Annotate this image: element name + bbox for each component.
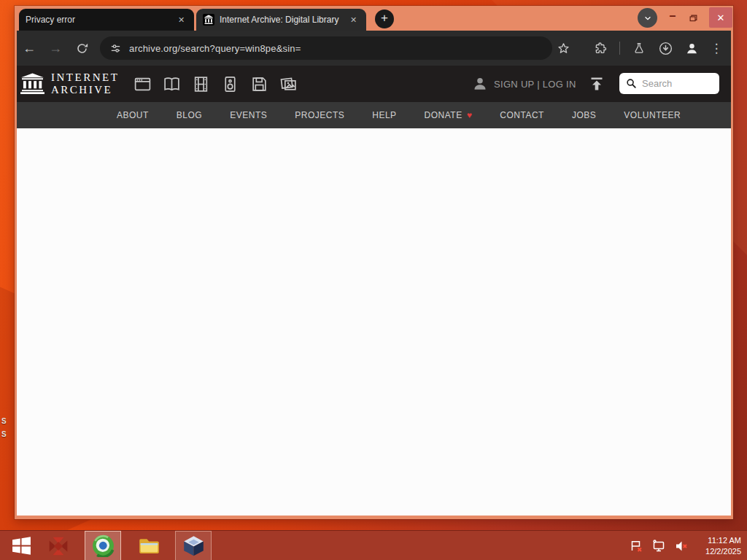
archive-nav: ABOUT BLOG EVENTS PROJECTS HELP DONATE♥ … xyxy=(17,102,731,128)
nav-help[interactable]: HELP xyxy=(358,110,410,120)
heart-icon: ♥ xyxy=(467,110,473,120)
archive-header: INTERNET ARCHIVE xyxy=(17,66,731,102)
virtualbox-icon[interactable] xyxy=(175,531,212,560)
signup-login-link[interactable]: SIGN UP | LOG IN xyxy=(494,79,576,90)
tab-privacy-error[interactable]: Privacy error ✕ xyxy=(19,9,194,31)
tab-internet-archive[interactable]: Internet Archive: Digital Library ✕ xyxy=(196,9,366,31)
tab-search-chevron-icon[interactable] xyxy=(638,8,657,28)
address-bar[interactable]: archive.org/search?query=win8pe&sin= xyxy=(100,36,552,60)
system-tray xyxy=(629,531,689,560)
media-type-icons xyxy=(133,74,298,93)
close-window-button[interactable]: ✕ xyxy=(709,7,732,28)
nav-jobs[interactable]: JOBS xyxy=(558,110,610,120)
back-icon[interactable]: ← xyxy=(20,39,38,57)
nav-donate[interactable]: DONATE♥ xyxy=(411,110,487,120)
media-software-icon[interactable] xyxy=(249,74,268,93)
maximize-button[interactable] xyxy=(684,9,702,27)
media-texts-icon[interactable] xyxy=(162,74,181,93)
nav-contact[interactable]: CONTACT xyxy=(486,110,558,120)
browser-taskbar-icon[interactable] xyxy=(85,531,121,560)
new-tab-button[interactable]: + xyxy=(375,9,394,28)
profile-avatar-icon[interactable] xyxy=(683,39,700,57)
extensions-icon[interactable] xyxy=(591,39,608,57)
start-button[interactable] xyxy=(4,531,38,560)
media-web-icon[interactable] xyxy=(133,74,152,93)
internet-archive-favicon xyxy=(203,14,214,26)
desktop: S S Privacy error ✕ Internet Archive: Di… xyxy=(0,0,747,560)
action-center-flag-icon[interactable] xyxy=(629,539,643,553)
media-images-icon[interactable] xyxy=(279,74,298,93)
nav-volunteer[interactable]: VOLUNTEER xyxy=(610,110,694,120)
archive-search-box[interactable] xyxy=(619,73,719,94)
page-content-blank xyxy=(17,128,731,516)
clock-time: 11:12 AM xyxy=(708,535,741,546)
browser-toolbar: ← → archive.org/search?query=win8pe&sin= xyxy=(17,31,731,66)
red-app-icon[interactable] xyxy=(42,531,74,560)
toolbar-divider xyxy=(619,42,620,55)
browser-menu-icon[interactable]: ⋮ xyxy=(708,39,725,57)
desktop-icon-label-fragment: S xyxy=(1,430,7,438)
network-status-icon[interactable] xyxy=(651,539,666,553)
minimize-button[interactable]: – xyxy=(664,8,681,27)
upload-icon[interactable] xyxy=(588,75,605,93)
internet-archive-logo[interactable]: INTERNET ARCHIVE xyxy=(20,71,119,96)
volume-muted-icon[interactable] xyxy=(674,539,689,553)
nav-about[interactable]: ABOUT xyxy=(103,110,163,120)
tab-strip: Privacy error ✕ Internet Archive: Digita… xyxy=(15,6,733,31)
reload-icon[interactable] xyxy=(73,39,90,57)
forward-icon[interactable]: → xyxy=(47,39,64,57)
media-video-icon[interactable] xyxy=(191,74,210,93)
desktop-icon-label-fragment: S xyxy=(1,417,7,425)
url-text[interactable]: archive.org/search?query=win8pe&sin= xyxy=(129,43,301,54)
browser-window: Privacy error ✕ Internet Archive: Digita… xyxy=(15,6,733,519)
downloads-icon[interactable] xyxy=(657,39,674,57)
tab-title: Privacy error xyxy=(26,15,175,25)
user-person-icon[interactable] xyxy=(472,76,488,92)
taskbar: 11:12 AM 12/2/2025 xyxy=(0,530,747,560)
labs-flask-icon[interactable] xyxy=(630,39,648,57)
site-settings-icon[interactable] xyxy=(109,42,122,55)
bookmark-star-icon[interactable] xyxy=(554,39,572,57)
nav-blog[interactable]: BLOG xyxy=(163,110,216,120)
tab-close-icon[interactable]: ✕ xyxy=(175,14,187,26)
clock-date: 12/2/2025 xyxy=(705,546,741,557)
nav-projects[interactable]: PROJECTS xyxy=(281,110,358,120)
media-audio-icon[interactable] xyxy=(220,74,239,93)
archive-search-input[interactable] xyxy=(642,78,711,89)
file-explorer-icon[interactable] xyxy=(131,531,166,560)
tab-title: Internet Archive: Digital Library xyxy=(220,15,347,25)
taskbar-clock[interactable]: 11:12 AM 12/2/2025 xyxy=(705,531,741,560)
nav-events[interactable]: EVENTS xyxy=(216,110,281,120)
tab-close-icon[interactable]: ✕ xyxy=(347,14,360,26)
internet-archive-wordmark: INTERNET ARCHIVE xyxy=(51,71,119,96)
